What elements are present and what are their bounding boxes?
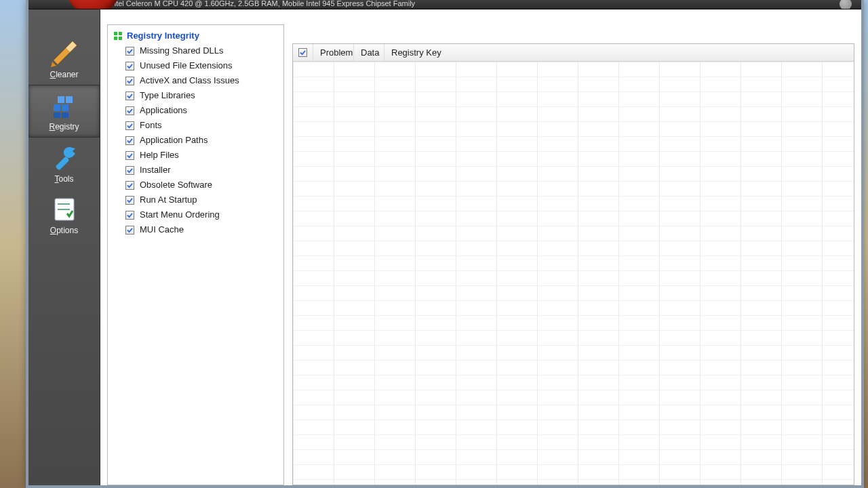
wrench-icon (48, 144, 81, 171)
tree-item-label: Run At Startup (140, 193, 197, 207)
svg-rect-2 (58, 96, 64, 103)
tree-item[interactable]: Unused File Extensions (111, 58, 281, 73)
svg-rect-1 (62, 104, 68, 111)
tree-item[interactable]: Start Menu Ordering (111, 207, 281, 222)
results-header: Problem Data Registry Key (293, 44, 854, 62)
tree-item-label: Missing Shared DLLs (140, 44, 224, 58)
tree-item[interactable]: Run At Startup (111, 192, 281, 207)
tree-item-label: Obsolete Software (140, 178, 212, 192)
tree-item[interactable]: ActiveX and Class Issues (111, 73, 281, 88)
app-window: Intel Celeron M CPU 420 @ 1.60GHz, 2.5GB… (26, 0, 864, 488)
sidebar-item-cleaner[interactable]: Cleaner (28, 33, 100, 85)
checkbox[interactable] (125, 196, 134, 205)
tree-heading: Registry Integrity (111, 29, 281, 43)
nav-label: Options (28, 226, 100, 235)
sidebar-item-tools[interactable]: Tools (28, 138, 100, 189)
select-all-checkbox[interactable] (298, 48, 307, 57)
tree-item-label: Start Menu Ordering (140, 208, 220, 222)
tree-item-label: Help Files (140, 148, 179, 162)
checkbox[interactable] (125, 47, 134, 56)
nav-label: Cleaner (28, 70, 100, 79)
app-logo (66, 0, 120, 9)
checkbox[interactable] (125, 92, 134, 100)
options-icon (48, 196, 81, 223)
checkbox[interactable] (125, 77, 134, 85)
select-all-column[interactable] (293, 44, 313, 61)
svg-rect-11 (119, 32, 122, 35)
checkbox[interactable] (125, 166, 134, 175)
svg-rect-3 (66, 96, 73, 103)
tree-item[interactable]: Applications (111, 103, 281, 118)
tree-heading-label: Registry Integrity (127, 30, 199, 41)
checkbox[interactable] (125, 181, 134, 190)
tree-item-label: Type Libraries (140, 89, 195, 102)
checkbox[interactable] (125, 106, 134, 115)
header-round-button[interactable] (840, 0, 852, 9)
tree-item[interactable]: Application Paths (111, 133, 281, 148)
sidebar: CleanerRegistryToolsOptions (28, 9, 100, 485)
checkbox[interactable] (125, 226, 134, 235)
column-registry-key[interactable]: Registry Key (384, 44, 452, 61)
column-problem[interactable]: Problem (313, 44, 354, 61)
sidebar-item-registry[interactable]: Registry (28, 85, 100, 138)
tree-item[interactable]: Obsolete Software (111, 178, 281, 192)
tree-item-label: Unused File Extensions (140, 59, 233, 73)
nav-label: Registry (28, 122, 100, 131)
tree-item[interactable]: Fonts (111, 118, 281, 133)
svg-rect-4 (54, 113, 60, 118)
svg-rect-12 (114, 37, 117, 40)
sysinfo-text: Intel Celeron M CPU 420 @ 1.60GHz, 2.5GB… (110, 0, 415, 7)
tree-item[interactable]: Type Libraries (111, 88, 281, 103)
brush-icon (48, 40, 81, 67)
checkbox[interactable] (125, 121, 134, 130)
tree-item[interactable]: MUI Cache (111, 222, 281, 237)
tree-item[interactable]: Installer (111, 163, 281, 178)
svg-rect-13 (119, 37, 122, 40)
tree-item-label: Application Paths (140, 134, 208, 147)
checkbox[interactable] (125, 151, 134, 160)
nav-label: Tools (28, 174, 100, 184)
results-panel: Problem Data Registry Key (292, 43, 854, 485)
registry-integrity-icon (113, 31, 123, 41)
svg-rect-5 (62, 113, 68, 118)
column-data[interactable]: Data (354, 44, 384, 61)
sidebar-item-options[interactable]: Options (28, 189, 100, 241)
checkbox[interactable] (125, 211, 134, 220)
registry-icon (48, 92, 81, 119)
checkbox[interactable] (125, 136, 134, 145)
tree-item[interactable]: Help Files (111, 148, 281, 163)
results-body (293, 62, 854, 485)
svg-rect-0 (54, 104, 60, 111)
checkbox[interactable] (125, 62, 134, 70)
tree-item-label: ActiveX and Class Issues (140, 74, 239, 87)
registry-integrity-panel: Registry Integrity Missing Shared DLLsUn… (107, 24, 284, 485)
tree-item-label: Installer (140, 163, 171, 177)
svg-rect-10 (114, 32, 117, 35)
main-area: Registry Integrity Missing Shared DLLsUn… (100, 9, 861, 485)
tree-item[interactable]: Missing Shared DLLs (111, 43, 281, 58)
svg-rect-6 (55, 156, 69, 170)
tree-item-label: Applications (140, 104, 187, 117)
tree-item-label: Fonts (140, 119, 162, 132)
tree-item-label: MUI Cache (140, 223, 184, 237)
header-bar: Intel Celeron M CPU 420 @ 1.60GHz, 2.5GB… (28, 0, 861, 9)
